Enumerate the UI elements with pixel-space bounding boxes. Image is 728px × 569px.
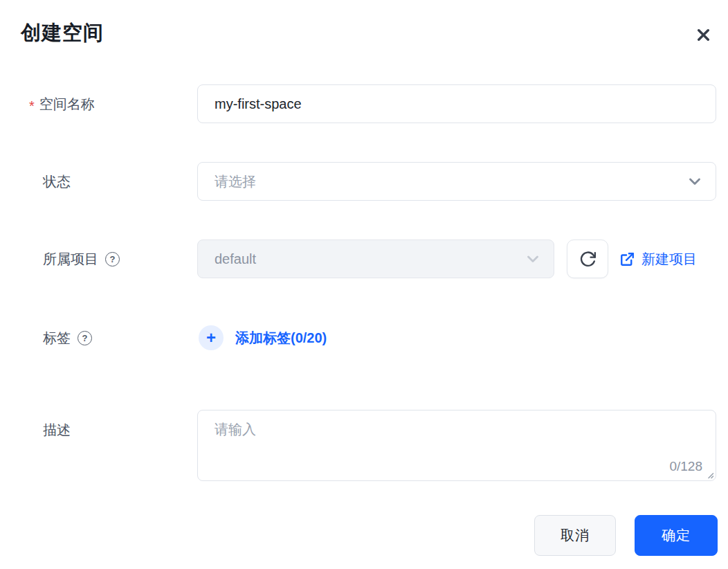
space-name-input[interactable] bbox=[197, 84, 716, 123]
space-name-label: * 空间名称 bbox=[0, 95, 197, 114]
chevron-down-icon bbox=[525, 251, 541, 267]
tags-control: + 添加标签(0/20) bbox=[197, 325, 728, 350]
status-control: 请选择 bbox=[197, 162, 728, 201]
help-glyph: ? bbox=[82, 333, 88, 343]
project-control: default bbox=[197, 240, 728, 278]
add-tag-button[interactable]: + 添加标签(0/20) bbox=[197, 325, 728, 350]
description-textarea[interactable] bbox=[197, 410, 716, 481]
create-space-dialog: 创建空间 * 空间名称 状态 请选择 bbox=[0, 0, 728, 569]
close-button[interactable] bbox=[692, 24, 714, 46]
form-row-status: 状态 请选择 bbox=[0, 162, 728, 201]
description-control: 0/128 bbox=[197, 410, 728, 481]
help-glyph: ? bbox=[110, 254, 116, 264]
resize-handle-icon[interactable] bbox=[704, 469, 714, 479]
chevron-down-icon bbox=[686, 173, 703, 190]
status-select[interactable]: 请选择 bbox=[197, 162, 716, 201]
form-row-space-name: * 空间名称 bbox=[0, 84, 728, 123]
form-row-tags: 标签 ? + 添加标签(0/20) bbox=[0, 324, 728, 352]
tags-label: 标签 ? bbox=[0, 329, 197, 347]
close-icon bbox=[694, 26, 713, 44]
external-link-icon bbox=[619, 251, 635, 267]
confirm-button[interactable]: 确定 bbox=[635, 515, 718, 556]
status-label: 状态 bbox=[0, 172, 197, 191]
project-selected-value: default bbox=[215, 251, 256, 267]
description-textarea-wrap: 0/128 bbox=[197, 410, 716, 481]
add-tag-label: 添加标签(0/20) bbox=[235, 329, 327, 347]
new-project-link[interactable]: 新建项目 bbox=[619, 240, 697, 278]
help-icon[interactable]: ? bbox=[78, 331, 92, 345]
description-label: 描述 bbox=[0, 410, 197, 440]
new-project-link-text: 新建项目 bbox=[641, 250, 697, 269]
dialog-title: 创建空间 bbox=[21, 19, 104, 47]
project-label-text: 所属项目 bbox=[43, 250, 98, 269]
form-row-project: 所属项目 ? default bbox=[0, 240, 728, 278]
project-label: 所属项目 ? bbox=[0, 250, 197, 269]
space-name-control bbox=[197, 84, 728, 123]
help-icon[interactable]: ? bbox=[105, 252, 120, 267]
cancel-button[interactable]: 取消 bbox=[534, 515, 616, 556]
space-name-label-text: 空间名称 bbox=[39, 95, 95, 114]
plus-icon: + bbox=[199, 325, 224, 350]
refresh-button[interactable] bbox=[567, 240, 608, 278]
description-label-text: 描述 bbox=[43, 421, 71, 440]
project-select[interactable]: default bbox=[197, 240, 554, 278]
status-label-text: 状态 bbox=[43, 172, 71, 191]
required-asterisk: * bbox=[29, 98, 35, 114]
refresh-icon bbox=[579, 250, 597, 269]
tags-label-text: 标签 bbox=[43, 329, 71, 347]
form-row-description: 描述 0/128 bbox=[0, 410, 728, 481]
status-placeholder: 请选择 bbox=[215, 172, 256, 191]
